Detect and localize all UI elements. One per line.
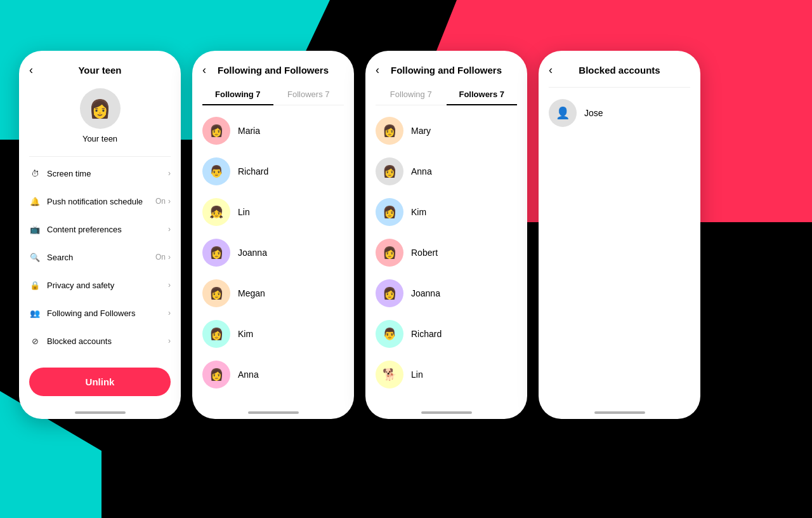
phone1-back-button[interactable]: ‹ bbox=[29, 63, 33, 77]
phone3-tabs: Following 7 Followers 7 bbox=[376, 84, 517, 105]
phone2-header: ‹ Following and Followers bbox=[192, 51, 354, 84]
user-item-lin[interactable]: 👧 Lin bbox=[192, 192, 354, 232]
chevron-icon: › bbox=[168, 336, 171, 345]
user-item-joanna[interactable]: 👩 Joanna bbox=[365, 273, 527, 314]
screen-time-right: › bbox=[168, 169, 171, 178]
user-name-robert: Robert bbox=[411, 248, 438, 258]
blocked-accounts-label: Blocked accounts bbox=[47, 336, 168, 346]
user-avatar-maria: 👩 bbox=[202, 117, 230, 145]
tab-following[interactable]: Following 7 bbox=[202, 84, 273, 105]
user-avatar-lin: 🐕 bbox=[376, 361, 403, 388]
phone2-title: Following and Followers bbox=[218, 65, 329, 76]
avatar: 👩 bbox=[80, 88, 121, 129]
menu-item-search[interactable]: 🔍 Search On › bbox=[19, 243, 181, 271]
blocked-avatar-jose: 👤 bbox=[549, 99, 577, 127]
blocked-accounts-right: › bbox=[168, 336, 171, 345]
following-followers-right: › bbox=[168, 309, 171, 317]
search-right: On › bbox=[155, 253, 171, 262]
phone2: ‹ Following and Followers Following 7 Fo… bbox=[192, 51, 354, 419]
user-item-richard[interactable]: 👨 Richard bbox=[365, 314, 527, 354]
user-name-kim: Kim bbox=[411, 207, 426, 217]
user-avatar-kim: 👩 bbox=[202, 320, 230, 348]
phone3-back-button[interactable]: ‹ bbox=[376, 63, 379, 77]
user-item-maria[interactable]: 👩 Maria bbox=[192, 110, 354, 151]
user-item-kim[interactable]: 👩 Kim bbox=[192, 314, 354, 354]
user-name-kim: Kim bbox=[238, 329, 253, 339]
push-notification-icon: 🔔 bbox=[29, 196, 41, 207]
following-followers-icon: 👥 bbox=[29, 307, 41, 319]
blocked-name-jose: Jose bbox=[584, 108, 603, 118]
user-avatar-joanna: 👩 bbox=[202, 239, 230, 267]
user-item-lin[interactable]: 🐕 Lin bbox=[365, 354, 527, 395]
phone1: ‹ Your teen 👩 Your teen ⏱ Screen time › … bbox=[19, 51, 181, 419]
bottom-bar bbox=[75, 411, 126, 414]
user-name-lin: Lin bbox=[238, 207, 250, 217]
content-preferences-icon: 📺 bbox=[29, 223, 41, 235]
user-avatar-richard: 👨 bbox=[376, 320, 403, 348]
phone2-tabs: Following 7 Followers 7 bbox=[202, 84, 344, 105]
avatar-emoji: 👩 bbox=[89, 98, 111, 119]
chevron-icon: › bbox=[168, 253, 171, 262]
unlink-button[interactable]: Unlink bbox=[29, 368, 171, 396]
bottom-bar bbox=[594, 411, 645, 414]
search-icon: 🔍 bbox=[29, 251, 41, 263]
menu-item-push-notification[interactable]: 🔔 Push notification schedule On › bbox=[19, 187, 181, 215]
tab-followers[interactable]: Followers 7 bbox=[447, 84, 518, 105]
bottom-bar bbox=[248, 411, 299, 414]
content-preferences-right: › bbox=[168, 225, 171, 234]
menu-item-blocked-accounts[interactable]: ⊘ Blocked accounts › bbox=[19, 327, 181, 355]
user-name-joanna: Joanna bbox=[411, 288, 440, 298]
phone3: ‹ Following and Followers Following 7 Fo… bbox=[365, 51, 527, 419]
user-name-maria: Maria bbox=[238, 126, 260, 136]
user-name-lin: Lin bbox=[411, 369, 423, 380]
chevron-icon: › bbox=[168, 197, 171, 206]
avatar-section: 👩 Your teen bbox=[19, 82, 181, 154]
avatar-name: Your teen bbox=[82, 134, 117, 143]
user-name-mary: Mary bbox=[411, 126, 431, 136]
tab-followers[interactable]: Followers 7 bbox=[273, 84, 344, 105]
user-item-anna[interactable]: 👩 Anna bbox=[365, 151, 527, 192]
phone4: ‹ Blocked accounts 👤 Jose bbox=[539, 51, 700, 419]
user-item-anna[interactable]: 👩 Anna bbox=[192, 354, 354, 395]
menu-item-screen-time[interactable]: ⏱ Screen time › bbox=[19, 159, 181, 187]
phone1-header: ‹ Your teen bbox=[19, 51, 181, 82]
menu-item-following-followers[interactable]: 👥 Following and Followers › bbox=[19, 299, 181, 327]
phone1-title: Your teen bbox=[78, 65, 121, 76]
menu-item-content-preferences[interactable]: 📺 Content preferences › bbox=[19, 215, 181, 243]
user-avatar-lin: 👧 bbox=[202, 198, 230, 226]
user-avatar-mary: 👩 bbox=[376, 117, 403, 145]
user-item-richard[interactable]: 👨 Richard bbox=[192, 151, 354, 192]
user-item-joanna[interactable]: 👩 Joanna bbox=[192, 232, 354, 273]
phone3-user-list: 👩 Mary 👩 Anna 👩 Kim 👩 Robert 👩 Joanna 👨 bbox=[365, 105, 527, 400]
blocked-accounts-icon: ⊘ bbox=[29, 335, 41, 347]
user-item-megan[interactable]: 👩 Megan bbox=[192, 273, 354, 314]
divider-1 bbox=[29, 156, 171, 157]
search-label: Search bbox=[47, 253, 155, 262]
menu-item-privacy-safety[interactable]: 🔒 Privacy and safety › bbox=[19, 271, 181, 299]
phone2-back-button[interactable]: ‹ bbox=[202, 63, 206, 77]
privacy-safety-right: › bbox=[168, 281, 171, 289]
user-item-robert[interactable]: 👩 Robert bbox=[365, 232, 527, 273]
user-avatar-richard: 👨 bbox=[202, 157, 230, 185]
blocked-item-jose[interactable]: 👤 Jose bbox=[539, 90, 700, 136]
phone3-title: Following and Followers bbox=[391, 65, 502, 76]
user-name-joanna: Joanna bbox=[238, 248, 267, 258]
chevron-icon: › bbox=[168, 281, 171, 289]
user-item-kim[interactable]: 👩 Kim bbox=[365, 192, 527, 232]
chevron-icon: › bbox=[168, 169, 171, 178]
phone4-back-button[interactable]: ‹ bbox=[549, 63, 553, 77]
screen-time-icon: ⏱ bbox=[29, 168, 41, 179]
divider-blocked bbox=[549, 87, 690, 88]
user-name-anna: Anna bbox=[411, 166, 432, 176]
user-avatar-megan: 👩 bbox=[202, 279, 230, 307]
privacy-safety-label: Privacy and safety bbox=[47, 281, 168, 290]
push-notification-right: On › bbox=[155, 197, 171, 206]
user-avatar-joanna: 👩 bbox=[376, 279, 403, 307]
user-name-richard: Richard bbox=[238, 166, 268, 176]
user-avatar-kim: 👩 bbox=[376, 198, 403, 226]
phone3-header: ‹ Following and Followers bbox=[365, 51, 527, 84]
tab-following[interactable]: Following 7 bbox=[376, 84, 447, 105]
screen-time-label: Screen time bbox=[47, 169, 168, 178]
user-item-mary[interactable]: 👩 Mary bbox=[365, 110, 527, 151]
push-notification-label: Push notification schedule bbox=[47, 197, 155, 206]
